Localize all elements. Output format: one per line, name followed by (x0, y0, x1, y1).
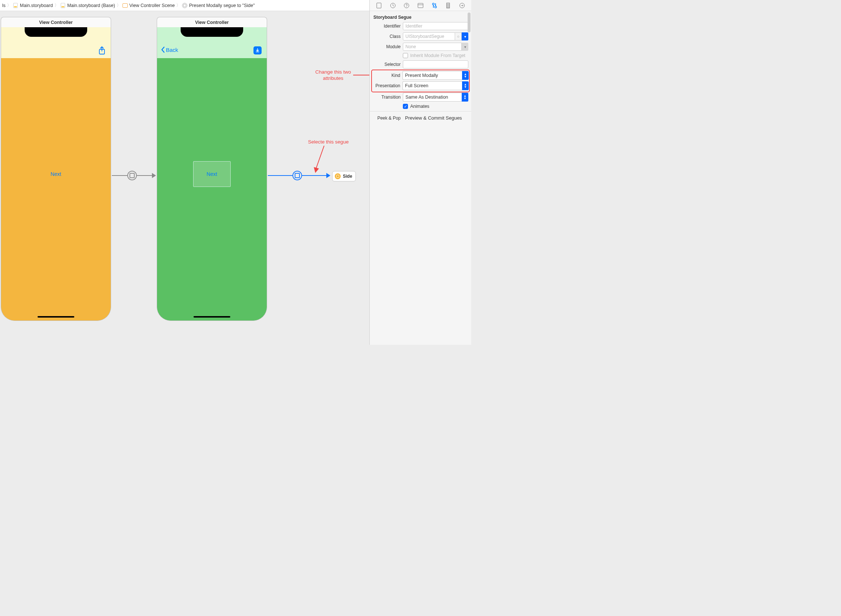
row-peek-pop: Peek & Pop Preview & Commit Segues (373, 114, 468, 122)
inspector-body: Storyboard Segue Identifier Class ○ ▾ Mo… (370, 11, 471, 126)
row-animates: ✓ Animates (373, 104, 468, 109)
row-identifier: Identifier (373, 22, 468, 30)
highlighted-attributes-box: Kind Present Modally ▲▼ Presentation Ful… (372, 70, 469, 91)
next-container-button[interactable]: Next (193, 161, 231, 187)
row-class: Class ○ ▾ (373, 32, 468, 41)
svg-text:?: ? (406, 4, 407, 8)
storyboard-file-icon (60, 3, 66, 8)
connections-inspector-tab[interactable] (458, 1, 466, 10)
segue-node-icon[interactable] (127, 171, 137, 180)
section-title: Storyboard Segue (373, 13, 468, 22)
inspector-tabs: ? (370, 0, 471, 11)
chevron-right-icon: 〉 (7, 2, 12, 9)
segue-arrow-1[interactable] (112, 175, 156, 176)
chevron-left-icon (161, 46, 165, 53)
identity-inspector-tab[interactable] (416, 1, 425, 10)
view-controller-scene-1[interactable]: View Controller Next (1, 17, 111, 321)
segue-line (137, 175, 152, 176)
crumb-scene[interactable]: View Controller Scene (123, 3, 175, 8)
crumb-segue[interactable]: Present Modally segue to "Side" (182, 3, 255, 8)
presentation-select[interactable]: Full Screen ▲▼ (403, 81, 469, 90)
storyboard-canvas[interactable]: View Controller Next View Controller Bac… (0, 11, 369, 345)
svg-rect-12 (377, 3, 381, 8)
kind-value: Present Modally (403, 71, 462, 80)
annotation-text-segue: Selecte this segue (305, 139, 351, 145)
inherit-module-label: Inherit Module From Target (410, 53, 465, 58)
crumb-root-label: ls (2, 3, 6, 8)
back-label: Back (166, 47, 178, 53)
crumb-scene-label: View Controller Scene (129, 3, 175, 8)
storyboard-reference-label: Side (343, 174, 352, 179)
label-selector: Selector (373, 62, 401, 67)
clear-class-button[interactable]: ○ (455, 32, 462, 41)
label-class: Class (373, 34, 401, 39)
module-field[interactable] (403, 43, 462, 51)
file-inspector-tab[interactable] (375, 1, 383, 10)
scrollbar-thumb[interactable] (467, 13, 470, 32)
arrow-right-icon (152, 173, 156, 178)
segue-node-icon[interactable] (293, 171, 302, 180)
scene-icon (123, 3, 127, 8)
transition-value: Same As Destination (403, 93, 462, 101)
row-inherit-module: Inherit Module From Target (373, 53, 468, 58)
label-presentation: Presentation (372, 83, 400, 88)
scene-title[interactable]: View Controller (157, 17, 267, 27)
annotation-arrow-1 (353, 72, 369, 82)
animates-checkbox[interactable]: ✓ (403, 104, 408, 109)
chevron-right-icon: 〉 (176, 2, 181, 9)
share-icon[interactable] (98, 46, 105, 56)
help-inspector-tab[interactable]: ? (403, 1, 410, 10)
identifier-field[interactable] (403, 22, 468, 30)
crumb-file-label: Main.storyboard (20, 3, 53, 8)
storyboard-reference-side[interactable]: Side (332, 171, 356, 182)
class-field[interactable] (403, 32, 455, 41)
size-inspector-tab[interactable] (444, 1, 452, 10)
device-frame: Next (1, 27, 111, 321)
inspector-scrollbar[interactable] (466, 11, 471, 345)
row-transition: Transition Same As Destination ▲▼ (373, 93, 468, 101)
label-module: Module (373, 44, 401, 49)
next-label: Next (207, 171, 217, 177)
scene-title[interactable]: View Controller (1, 17, 111, 27)
storyboard-file-icon (13, 3, 18, 8)
chevron-right-icon: 〉 (117, 2, 121, 9)
segue-line (268, 175, 293, 176)
back-button[interactable]: Back (161, 46, 178, 53)
attributes-inspector-tab[interactable] (431, 1, 438, 10)
crumb-file[interactable]: Main.storyboard (13, 3, 53, 8)
row-module: Module ▾ (373, 43, 468, 51)
crumb-base[interactable]: Main.storyboard (Base) (60, 3, 115, 8)
selector-field[interactable] (403, 60, 468, 69)
row-selector: Selector (373, 60, 468, 69)
animates-label: Animates (410, 104, 429, 109)
transition-select[interactable]: Same As Destination ▲▼ (403, 93, 468, 101)
storyboard-reference-icon (335, 173, 341, 179)
home-indicator (193, 316, 230, 318)
history-inspector-tab[interactable] (389, 1, 397, 10)
crumb-segue-label: Present Modally segue to "Side" (189, 3, 255, 8)
label-kind: Kind (372, 73, 400, 78)
label-peek-pop: Peek & Pop (373, 116, 401, 121)
presentation-value: Full Screen (403, 81, 462, 90)
row-kind: Kind Present Modally ▲▼ (372, 71, 469, 80)
download-button[interactable] (253, 46, 262, 54)
segue-line (112, 175, 127, 176)
label-transition: Transition (373, 95, 401, 100)
inherit-module-checkbox[interactable] (403, 53, 408, 58)
inspector-panel: ? Storyboard Segue Identifier Class ○ ▾ … (369, 0, 471, 345)
svg-point-18 (432, 3, 434, 5)
peek-pop-option-label: Preview & Commit Segues (405, 115, 462, 121)
row-presentation: Presentation Full Screen ▲▼ (372, 81, 469, 90)
segue-icon (182, 3, 187, 8)
crumb-root[interactable]: ls (2, 3, 6, 8)
download-icon (253, 46, 262, 54)
annotation-arrow-2 (313, 146, 328, 176)
kind-select[interactable]: Present Modally ▲▼ (403, 71, 469, 80)
home-indicator (38, 316, 74, 318)
view-controller-scene-2[interactable]: View Controller Back Next (157, 17, 267, 321)
device-notch (25, 27, 87, 37)
svg-line-10 (316, 146, 324, 169)
next-button[interactable]: Next (46, 169, 66, 179)
svg-marker-11 (314, 167, 319, 173)
chevron-right-icon: 〉 (54, 2, 59, 9)
